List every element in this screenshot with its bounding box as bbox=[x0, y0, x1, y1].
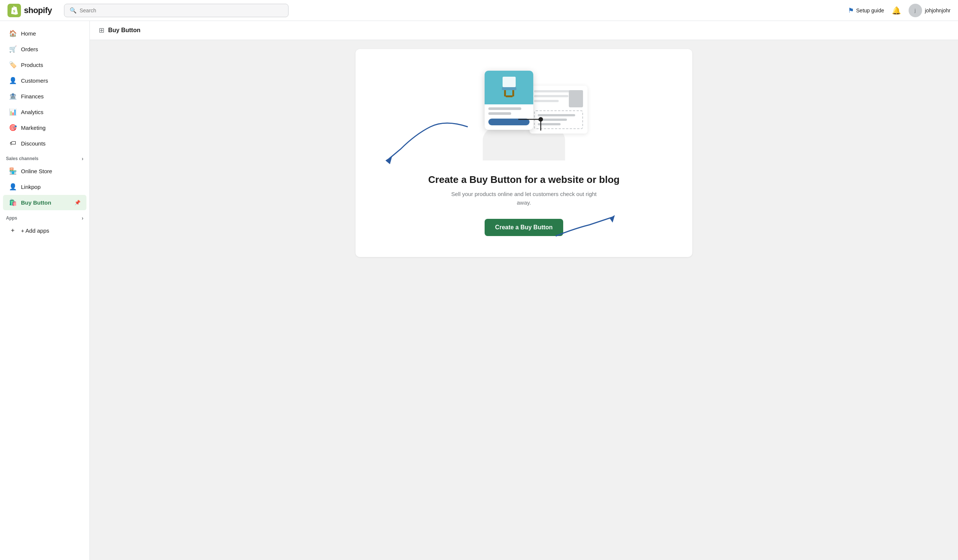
products-icon: 🏷️ bbox=[9, 61, 16, 69]
avatar: j bbox=[909, 4, 922, 17]
sidebar-item-label: Finances bbox=[21, 93, 44, 100]
sidebar: 🏠Home🛒Orders🏷️Products👤Customers🏦Finance… bbox=[0, 21, 90, 560]
arrow-to-sidebar-svg bbox=[371, 89, 475, 164]
create-buy-button[interactable]: Create a Buy Button bbox=[485, 219, 563, 236]
sidebar-item-label: Orders bbox=[21, 46, 38, 52]
customers-icon: 👤 bbox=[9, 77, 16, 85]
user-menu[interactable]: j johjohnjohr bbox=[909, 4, 951, 17]
apps-chevron-icon[interactable]: › bbox=[82, 215, 84, 221]
search-bar[interactable]: 🔍 bbox=[64, 4, 289, 17]
main-content: ⊞ Buy Button bbox=[90, 21, 958, 560]
discounts-icon: 🏷 bbox=[9, 139, 16, 147]
flag-icon: ⚑ bbox=[848, 6, 854, 14]
marketing-icon: 🎯 bbox=[9, 124, 16, 132]
connector-svg bbox=[518, 115, 548, 134]
sidebar-item-products[interactable]: 🏷️Products bbox=[3, 57, 86, 73]
sales-channels-section: Sales channels › bbox=[0, 151, 89, 163]
sales-channels-chevron-icon[interactable]: › bbox=[82, 156, 84, 161]
content-area: Create a Buy Button for a website or blo… bbox=[90, 40, 958, 266]
empty-state-subtitle: Sell your products online and let custom… bbox=[445, 190, 603, 207]
sidebar-item-discounts[interactable]: 🏷Discounts bbox=[3, 136, 86, 151]
sidebar-item-label: Discounts bbox=[21, 140, 46, 147]
sidebar-item-label: Marketing bbox=[21, 125, 46, 131]
svg-rect-1 bbox=[503, 77, 515, 87]
pin-icon: 📌 bbox=[75, 200, 81, 206]
finances-icon: 🏦 bbox=[9, 92, 16, 100]
embed-line-2 bbox=[534, 95, 568, 97]
product-image bbox=[485, 71, 533, 104]
avatar-initial: j bbox=[915, 8, 916, 13]
main-nav: 🏠Home🛒Orders🏷️Products👤Customers🏦Finance… bbox=[0, 26, 89, 151]
sidebar-item-orders[interactable]: 🛒Orders bbox=[3, 41, 86, 57]
sidebar-item-online-store[interactable]: 🏪Online Store bbox=[3, 163, 86, 179]
illustration bbox=[457, 67, 591, 160]
embed-line-3 bbox=[534, 100, 559, 102]
page-header: ⊞ Buy Button bbox=[90, 21, 958, 40]
home-icon: 🏠 bbox=[9, 30, 16, 37]
online-store-icon: 🏪 bbox=[9, 167, 16, 175]
sidebar-item-label: Buy Button bbox=[21, 199, 51, 206]
empty-state-title: Create a Buy Button for a website or blo… bbox=[428, 174, 619, 185]
svg-rect-4 bbox=[502, 87, 516, 90]
sales-channels-label: Sales channels bbox=[6, 156, 38, 161]
sidebar-item-marketing[interactable]: 🎯Marketing bbox=[3, 120, 86, 135]
layout: 🏠Home🛒Orders🏷️Products👤Customers🏦Finance… bbox=[0, 21, 958, 560]
svg-marker-9 bbox=[385, 156, 392, 164]
sidebar-item-buy-button[interactable]: 🛍️Buy Button📌 bbox=[3, 195, 86, 210]
sidebar-item-label: Analytics bbox=[21, 109, 43, 115]
add-apps-icon: + bbox=[9, 227, 16, 234]
sidebar-item-analytics[interactable]: 📊Analytics bbox=[3, 104, 86, 120]
username-label: johjohnjohr bbox=[925, 8, 951, 13]
sidebar-item-label: Linkpop bbox=[21, 184, 41, 190]
arrow-to-button-svg bbox=[552, 206, 627, 244]
search-icon: 🔍 bbox=[70, 7, 77, 14]
orders-icon: 🛒 bbox=[9, 45, 16, 53]
svg-marker-10 bbox=[610, 215, 615, 223]
notification-bell-icon[interactable]: 🔔 bbox=[892, 6, 901, 15]
shopify-logo-icon bbox=[8, 4, 21, 17]
embed-top bbox=[534, 90, 583, 108]
search-input[interactable] bbox=[80, 8, 283, 13]
empty-state-card: Create a Buy Button for a website or blo… bbox=[355, 49, 692, 257]
setup-guide-button[interactable]: ⚑ Setup guide bbox=[848, 6, 884, 14]
sidebar-item-linkpop[interactable]: 👤Linkpop bbox=[3, 179, 86, 195]
product-line-2 bbox=[489, 112, 511, 115]
analytics-icon: 📊 bbox=[9, 108, 16, 116]
shopify-wordmark: shopify bbox=[24, 6, 52, 15]
page-title: Buy Button bbox=[108, 27, 140, 34]
chair-icon bbox=[499, 75, 519, 100]
sidebar-item-home[interactable]: 🏠Home bbox=[3, 26, 86, 41]
apps-label: Apps bbox=[6, 215, 17, 221]
create-btn-area: Create a Buy Button bbox=[485, 219, 563, 236]
buy-button-header-icon: ⊞ bbox=[99, 26, 105, 35]
product-line-1 bbox=[489, 108, 521, 110]
sidebar-item-finances[interactable]: 🏦Finances bbox=[3, 89, 86, 104]
sales-channels-nav: 🏪Online Store👤Linkpop🛍️Buy Button📌 bbox=[0, 163, 89, 210]
embed-img bbox=[569, 90, 583, 108]
sidebar-item-label: Customers bbox=[21, 78, 48, 84]
buy-button-icon: 🛍️ bbox=[9, 199, 16, 207]
linkpop-icon: 👤 bbox=[9, 183, 16, 191]
apps-section: Apps › bbox=[0, 210, 89, 223]
add-apps-label: + Add apps bbox=[21, 228, 49, 234]
topbar-right: ⚑ Setup guide 🔔 j johjohnjohr bbox=[848, 4, 950, 17]
topbar: shopify 🔍 ⚑ Setup guide 🔔 j johjohnjohr bbox=[0, 0, 958, 21]
sidebar-item-label: Products bbox=[21, 62, 43, 68]
svg-rect-5 bbox=[506, 95, 513, 97]
sidebar-item-label: Home bbox=[21, 30, 36, 36]
sidebar-item-add-apps[interactable]: + + Add apps bbox=[3, 223, 86, 238]
setup-guide-label: Setup guide bbox=[856, 8, 884, 13]
sidebar-item-customers[interactable]: 👤Customers bbox=[3, 73, 86, 88]
logo[interactable]: shopify bbox=[8, 4, 52, 17]
sidebar-item-label: Online Store bbox=[21, 168, 52, 174]
